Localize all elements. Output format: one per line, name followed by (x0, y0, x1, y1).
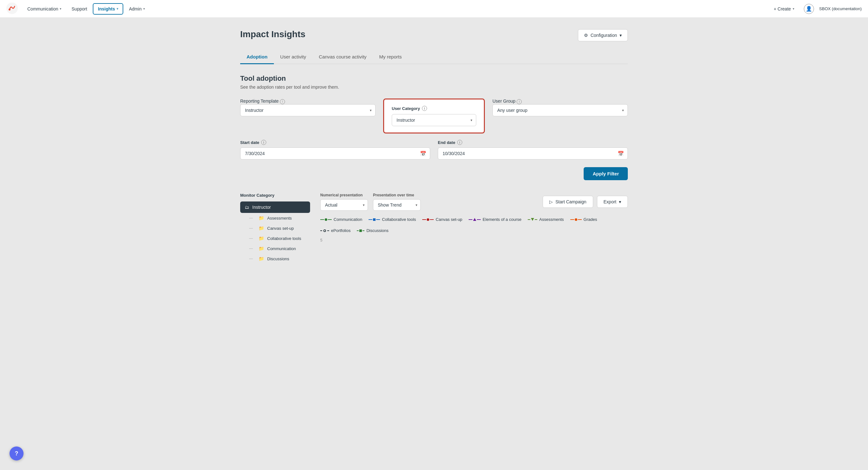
legend-elements-of-course: Elements of a course (469, 217, 521, 222)
time-presentation-group: Presentation over time Show Trend Hide T… (373, 193, 421, 211)
time-select[interactable]: Show Trend Hide Trend (373, 199, 421, 211)
date-filter-row: Start date i 📅 End date i 📅 (240, 140, 628, 159)
right-panel: Numerical presentation Actual Percentage… (320, 193, 628, 264)
user-category-info-icon[interactable]: i (422, 106, 427, 111)
end-date-label: End date i (438, 140, 628, 145)
chart-y-label: 5 (320, 238, 322, 243)
folder-icon-discussions: 📁 (259, 256, 264, 261)
time-select-wrapper: Show Trend Hide Trend ▾ (373, 199, 421, 211)
nav-admin-chevron: ▾ (143, 7, 145, 10)
tree-line-assessments: — (249, 216, 255, 220)
section-title: Tool adoption (240, 74, 628, 83)
end-date-info-icon[interactable]: i (457, 140, 462, 145)
logo[interactable] (6, 3, 22, 15)
filter-top-row: Reporting Template i Instructor Student … (240, 98, 628, 133)
help-button[interactable]: ? (9, 446, 24, 461)
nav-communication-chevron: ▾ (60, 7, 61, 10)
monitor-subitem-communication[interactable]: — 📁 Communication (240, 243, 310, 254)
section-description: See the adoption rates per tool and impr… (240, 85, 628, 90)
export-chevron: ▾ (619, 199, 621, 204)
user-category-highlighted-group: User Category i Instructor Student All ▾ (383, 98, 485, 133)
legend-grades: Grades (570, 217, 597, 222)
numerical-select-wrapper: Actual Percentage ▾ (320, 199, 368, 211)
gear-icon: ⚙ (584, 33, 588, 38)
user-icon[interactable]: 👤 (804, 4, 814, 14)
monitor-item-instructor[interactable]: 🗂 Instructor (240, 201, 310, 213)
chart-legend: Communication Collaborative tools (320, 217, 628, 233)
start-date-input-wrapper: 📅 (240, 148, 430, 159)
end-date-group: End date i 📅 (438, 140, 628, 159)
panel-controls-row: Numerical presentation Actual Percentage… (320, 193, 628, 211)
reporting-template-select[interactable]: Instructor Student All (240, 104, 376, 116)
nav-support[interactable]: Support (67, 4, 92, 14)
user-category-select[interactable]: Instructor Student All (392, 114, 476, 126)
play-icon: ▷ (549, 199, 553, 204)
page-title: Impact Insights (240, 29, 305, 39)
start-date-group: Start date i 📅 (240, 140, 430, 159)
monitor-subitem-assessments[interactable]: — 📁 Assessments (240, 213, 310, 223)
monitor-sidebar: Monitor Category 🗂 Instructor — 📁 Assess… (240, 193, 310, 264)
end-date-input[interactable] (438, 148, 628, 159)
start-date-input[interactable] (240, 148, 430, 159)
tree-line-collaborative-tools: — (249, 236, 255, 241)
nav-right: + Create ▾ 👤 SBOX (documentation) (769, 4, 862, 14)
account-label[interactable]: SBOX (documentation) (819, 6, 862, 11)
folder-icon-collaborative-tools: 📁 (259, 236, 264, 241)
reporting-template-group: Reporting Template i Instructor Student … (240, 98, 383, 116)
nav-admin[interactable]: Admin ▾ (125, 4, 149, 14)
reporting-template-select-wrapper: Instructor Student All ▾ (240, 104, 376, 116)
main-content: Impact Insights ⚙ Configuration ▾ Adopti… (227, 18, 641, 275)
tree-line-communication: — (249, 246, 255, 251)
start-campaign-button[interactable]: ▷ Start Campaign (542, 196, 593, 208)
page-header: Impact Insights ⚙ Configuration ▾ (240, 29, 628, 41)
folder-icon-assessments: 📁 (259, 215, 264, 221)
user-group-info-icon[interactable]: i (517, 99, 522, 104)
user-category-select-wrapper: Instructor Student All ▾ (392, 114, 476, 126)
legend-canvas-setup: Canvas set-up (422, 217, 462, 222)
bottom-section: Monitor Category 🗂 Instructor — 📁 Assess… (240, 193, 628, 264)
end-date-input-wrapper: 📅 (438, 148, 628, 159)
configuration-button[interactable]: ⚙ Configuration ▾ (578, 29, 628, 41)
user-category-label: User Category i (392, 106, 476, 111)
folder-icon-communication: 📁 (259, 246, 264, 251)
tree-line-canvas-setup: — (249, 226, 255, 230)
numerical-select[interactable]: Actual Percentage (320, 199, 368, 211)
create-chevron: ▾ (793, 7, 794, 10)
tree-line-discussions: — (249, 256, 255, 261)
numerical-presentation-group: Numerical presentation Actual Percentage… (320, 193, 368, 211)
nav-insights-chevron: ▾ (117, 7, 118, 10)
legend-communication: Communication (320, 217, 362, 222)
panel-actions: ▷ Start Campaign Export ▾ (542, 196, 628, 208)
top-navigation: Communication ▾ Support Insights ▾ Admin… (0, 0, 868, 18)
time-label: Presentation over time (373, 193, 421, 197)
user-group-label: User Group i (492, 98, 522, 103)
tab-user-activity[interactable]: User activity (274, 50, 313, 64)
start-date-label: Start date i (240, 140, 430, 145)
create-button[interactable]: + Create ▾ (769, 4, 799, 14)
legend-eportfolios: ePortfolios (320, 228, 350, 233)
monitor-category-title: Monitor Category (240, 193, 310, 198)
tab-adoption[interactable]: Adoption (240, 50, 274, 64)
apply-filter-button[interactable]: Apply Filter (584, 167, 628, 180)
user-group-select[interactable]: Any user group Group A Group B (492, 104, 628, 116)
folder-icon-instructor: 🗂 (245, 205, 249, 210)
user-group-group: User Group i Any user group Group A Grou… (485, 98, 628, 116)
tab-canvas-course-activity[interactable]: Canvas course activity (313, 50, 373, 64)
monitor-subitem-discussions[interactable]: — 📁 Discussions (240, 254, 310, 264)
config-chevron: ▾ (620, 33, 622, 38)
tab-my-reports[interactable]: My reports (373, 50, 408, 64)
numerical-label: Numerical presentation (320, 193, 368, 197)
legend-collaborative-tools: Collaborative tools (369, 217, 416, 222)
filter-actions: Apply Filter (240, 167, 628, 180)
monitor-subitem-canvas-setup[interactable]: — 📁 Canvas set-up (240, 223, 310, 233)
export-button[interactable]: Export ▾ (597, 196, 628, 208)
legend-assessments: Assessments (528, 217, 564, 222)
start-date-info-icon[interactable]: i (261, 140, 266, 145)
folder-icon-canvas-setup: 📁 (259, 226, 264, 231)
tabs: Adoption User activity Canvas course act… (240, 50, 628, 64)
reporting-template-info-icon[interactable]: i (280, 99, 285, 104)
nav-communication[interactable]: Communication ▾ (23, 4, 66, 14)
monitor-subitem-collaborative-tools[interactable]: — 📁 Collaborative tools (240, 233, 310, 243)
nav-insights[interactable]: Insights ▾ (93, 3, 123, 14)
user-group-select-wrapper: Any user group Group A Group B ▾ (492, 104, 628, 116)
